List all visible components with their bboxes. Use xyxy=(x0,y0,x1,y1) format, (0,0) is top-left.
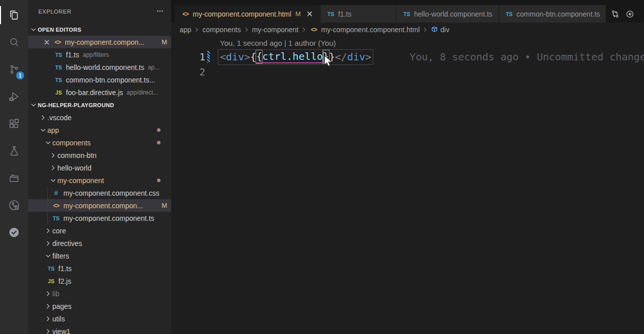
open-editor-name: foo-bar.directive.js xyxy=(66,89,123,97)
activity-item-explorer[interactable] xyxy=(0,2,28,29)
git-gutter-modified xyxy=(207,51,210,63)
code-token: </ xyxy=(335,51,347,63)
code-token: } xyxy=(329,51,335,63)
breadcrumb-separator-icon xyxy=(300,26,307,33)
chevron-down-icon xyxy=(49,177,57,184)
tree-item-lib[interactable]: lib xyxy=(28,287,171,300)
css-file-icon: # xyxy=(52,189,60,197)
tree-item-hello-world[interactable]: hello-world xyxy=(28,161,171,174)
activity-item-folders[interactable] xyxy=(0,164,28,192)
open-editor-item[interactable]: TShello-world.component.tsap... xyxy=(28,61,171,73)
ts-file-icon: TS xyxy=(54,77,63,83)
tree-item-components[interactable]: components xyxy=(28,136,171,149)
activity-bar: 1 xyxy=(0,0,28,334)
breadcrumb-separator-icon xyxy=(243,26,250,33)
ts-file-icon: TS xyxy=(505,11,514,17)
tree-item-filters[interactable]: filters xyxy=(28,249,171,262)
more-actions-icon[interactable] xyxy=(156,7,164,16)
git-modified-dot xyxy=(157,141,160,144)
tree-item-label: .vscode xyxy=(47,114,71,122)
tree-item-label: hello-world xyxy=(57,164,92,172)
more-actions-icon[interactable] xyxy=(156,7,164,15)
close-icon[interactable] xyxy=(43,38,51,46)
code-token: > xyxy=(244,51,250,63)
breadcrumb-label: app xyxy=(180,26,191,34)
vscode-window: 1 EXPLORER OPEN EDITORS <>my-component.c… xyxy=(0,0,644,334)
tree-item-f1.ts[interactable]: TSf1.ts xyxy=(28,262,171,275)
breadcrumb-item-my-component.component.html[interactable]: <>my-component.component.html xyxy=(309,26,420,34)
tab-close-icon[interactable] xyxy=(305,10,314,18)
line-number: 2 xyxy=(171,66,205,77)
ts-file-icon: TS xyxy=(54,52,63,58)
tab-common-btn.component.ts[interactable]: TScommon-btn.component.ts xyxy=(499,5,606,23)
html-file-icon: <> xyxy=(53,39,62,46)
activity-item-check-circle[interactable] xyxy=(0,219,28,246)
chevron-right-icon xyxy=(49,151,57,159)
open-editor-name: f1.ts xyxy=(66,51,79,59)
activity-item-extensions[interactable] xyxy=(0,110,28,137)
breadcrumb-item-my-component[interactable]: my-component xyxy=(252,26,299,34)
git-modified-dot xyxy=(157,128,160,132)
tree-item-my-component.compon...[interactable]: <>my-component.compon...M xyxy=(28,199,171,212)
chevron-right-icon xyxy=(44,290,52,297)
tree-item-my-component.component.css[interactable]: #my-component.component.css xyxy=(28,187,171,199)
file-tree: .vscodeappcomponentscommon-btnhello-worl… xyxy=(28,111,171,334)
tree-item-f2.js[interactable]: JSf2.js xyxy=(28,275,171,287)
tree-item-utils[interactable]: utils xyxy=(28,312,171,325)
activity-item-run-debug[interactable] xyxy=(0,83,28,110)
tab-label: hello-world.component.ts xyxy=(414,10,493,18)
code-editor[interactable]: You, 1 second ago | 1 author (You) 1<div… xyxy=(171,36,644,334)
tree-item-common-btn[interactable]: common-btn xyxy=(28,149,171,161)
folders-icon xyxy=(8,172,21,185)
navigate-back-icon[interactable] xyxy=(625,9,635,19)
breadcrumb-item-div[interactable]: div xyxy=(431,26,449,34)
code-line-2[interactable]: 2 xyxy=(171,64,644,79)
tab-f1.ts[interactable]: TSf1.ts xyxy=(320,5,396,23)
extensions-icon xyxy=(8,117,21,130)
tab-my-component.component.html[interactable]: <>my-component.component.htmlM xyxy=(175,5,320,23)
tree-item-core[interactable]: core xyxy=(28,224,171,237)
tree-item-view1[interactable]: view1 xyxy=(28,325,171,334)
code-token: { xyxy=(250,51,256,63)
breadcrumb-separator-icon xyxy=(422,26,429,33)
open-editor-item[interactable]: JSfoo-bar.directive.jsapp/direct... xyxy=(28,86,171,99)
tree-item-label: app xyxy=(47,126,59,134)
tree-item-directives[interactable]: directives xyxy=(28,237,171,249)
tree-item-label: utils xyxy=(52,315,65,323)
activity-item-testing[interactable] xyxy=(0,137,28,164)
open-editors-header[interactable]: OPEN EDITORS xyxy=(28,23,171,36)
open-changes-icon[interactable] xyxy=(610,9,620,19)
tree-item-label: pages xyxy=(52,302,71,310)
tree-item-my-component[interactable]: my-component xyxy=(28,174,171,187)
breadcrumb: appcomponentsmy-component<>my-component.… xyxy=(171,23,644,36)
activity-item-search[interactable] xyxy=(0,29,28,56)
breadcrumb-item-app[interactable]: app xyxy=(180,26,191,34)
tree-item-label: common-btn xyxy=(57,151,97,159)
tab-hello-world.component.ts[interactable]: TShello-world.component.ts xyxy=(396,5,499,23)
open-editor-item[interactable]: TScommon-btn.component.ts... xyxy=(28,73,171,86)
workspace-header[interactable]: NG-HELPER-PLAYGROUND xyxy=(28,99,171,111)
tab-label: common-btn.component.ts xyxy=(517,10,600,18)
activity-item-source-control[interactable]: 1 xyxy=(0,56,28,83)
tree-item-pages[interactable]: pages xyxy=(28,300,171,312)
codelens-blame[interactable]: You, 1 second ago | 1 author (You) xyxy=(220,36,644,49)
tree-item-app[interactable]: app xyxy=(28,124,171,136)
js-file-icon: JS xyxy=(47,278,55,284)
code-line-1[interactable]: 1<div>{{ctrl.hello}}</div>You, 8 seconds… xyxy=(171,49,644,64)
open-editors-list: <>my-component.compon...MTSf1.tsapp/filt… xyxy=(28,36,171,99)
activity-item-commit-graph[interactable] xyxy=(0,192,28,219)
chevron-down-icon xyxy=(30,26,37,33)
tree-item-label: lib xyxy=(52,290,59,298)
chevron-right-icon xyxy=(44,327,52,334)
chevron-down-icon xyxy=(44,139,52,146)
open-editor-item[interactable]: <>my-component.compon...M xyxy=(28,36,171,48)
code-lines: 1<div>{{ctrl.hello}}</div>You, 8 seconds… xyxy=(171,49,644,79)
open-editor-item[interactable]: TSf1.tsapp/filters xyxy=(28,48,171,61)
tree-item-my-component.component.ts[interactable]: TSmy-component.component.ts xyxy=(28,212,171,224)
code-token: { xyxy=(256,50,262,63)
chevron-down-icon xyxy=(44,252,52,260)
chevron-right-icon xyxy=(44,239,52,247)
git-modified-dot xyxy=(157,179,160,182)
breadcrumb-item-components[interactable]: components xyxy=(202,26,240,34)
tree-item-.vscode[interactable]: .vscode xyxy=(28,111,171,124)
